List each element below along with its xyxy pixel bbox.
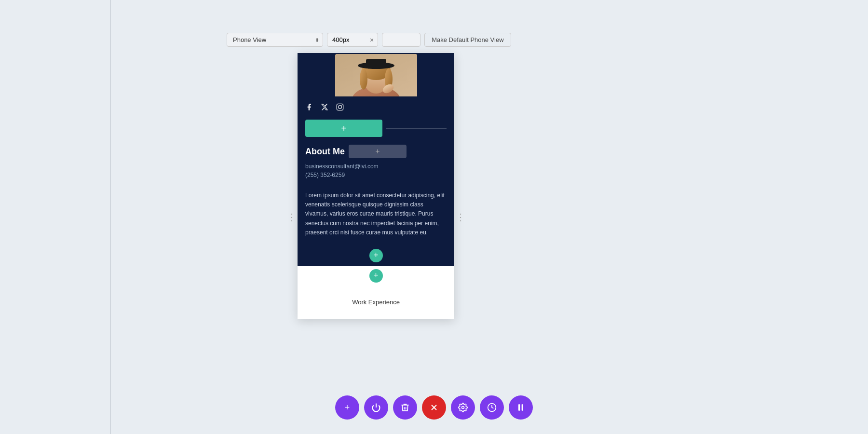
facebook-icon[interactable] bbox=[305, 103, 313, 113]
power-icon bbox=[371, 403, 381, 412]
contact-phone: (255) 352-6259 bbox=[305, 172, 447, 178]
about-add-button[interactable]: + bbox=[349, 145, 407, 158]
close-icon bbox=[429, 403, 439, 412]
phone-preview: + About Me + businessconsultant@ivi.com … bbox=[298, 53, 454, 319]
settings-icon bbox=[458, 403, 468, 412]
about-me-section: About Me + businessconsultant@ivi.com (2… bbox=[298, 141, 454, 244]
toolbar-pause-button[interactable] bbox=[509, 395, 533, 420]
toolbar-close-button[interactable] bbox=[422, 395, 446, 420]
bio-text: Lorem ipsum dolor sit amet consectetur a… bbox=[305, 191, 447, 237]
pause-icon bbox=[516, 403, 526, 412]
svg-rect-14 bbox=[366, 59, 386, 68]
add-button-row: + bbox=[298, 118, 454, 141]
drag-handle-right[interactable] bbox=[458, 203, 462, 231]
history-icon bbox=[487, 403, 497, 412]
dark-section: + About Me + businessconsultant@ivi.com … bbox=[298, 53, 454, 266]
bio-spacer bbox=[305, 185, 447, 191]
toolbar-add-button[interactable]: + bbox=[335, 395, 359, 420]
circle-add-button-dark[interactable]: + bbox=[369, 249, 383, 262]
social-icons-row bbox=[298, 96, 454, 118]
view-select-wrapper: Phone View bbox=[227, 33, 323, 47]
add-row-divider bbox=[386, 128, 447, 129]
empty-secondary-input[interactable] bbox=[382, 33, 420, 47]
px-input[interactable] bbox=[327, 33, 366, 46]
add-block-button-dark: + bbox=[298, 244, 454, 266]
toolbar-power-button[interactable] bbox=[364, 395, 388, 420]
add-green-button[interactable]: + bbox=[305, 120, 382, 137]
svg-point-15 bbox=[360, 68, 367, 90]
work-experience-section: Work Experience bbox=[298, 285, 454, 319]
bottom-toolbar: + bbox=[335, 395, 533, 420]
circle-add-button-divider[interactable]: + bbox=[369, 269, 383, 283]
instagram-icon[interactable] bbox=[336, 103, 344, 113]
left-vertical-bar bbox=[110, 0, 111, 434]
svg-rect-27 bbox=[522, 404, 523, 410]
about-title: About Me bbox=[305, 147, 345, 157]
trash-icon bbox=[400, 403, 410, 412]
twitter-x-icon[interactable] bbox=[321, 103, 328, 113]
px-clear-button[interactable]: × bbox=[366, 34, 378, 46]
profile-image-container bbox=[333, 53, 420, 96]
make-default-button[interactable]: Make Default Phone View bbox=[424, 33, 511, 47]
svg-rect-18 bbox=[337, 104, 343, 110]
top-toolbar: Phone View × Make Default Phone View bbox=[227, 33, 511, 47]
svg-rect-26 bbox=[518, 404, 520, 410]
contact-email: businessconsultant@ivi.com bbox=[305, 163, 447, 170]
divider-add-area: + bbox=[298, 266, 454, 285]
px-input-wrapper: × bbox=[327, 33, 378, 47]
toolbar-history-button[interactable] bbox=[480, 395, 504, 420]
drag-handle-left[interactable] bbox=[289, 203, 293, 231]
svg-point-20 bbox=[341, 105, 342, 106]
work-experience-label: Work Experience bbox=[352, 298, 400, 306]
svg-point-19 bbox=[339, 106, 342, 109]
svg-point-24 bbox=[462, 407, 464, 409]
contact-info: businessconsultant@ivi.com (255) 352-625… bbox=[305, 163, 447, 178]
profile-silhouette-svg bbox=[335, 54, 417, 96]
toolbar-trash-button[interactable] bbox=[393, 395, 417, 420]
view-select[interactable]: Phone View bbox=[227, 33, 323, 47]
profile-image bbox=[335, 54, 417, 96]
about-header: About Me + bbox=[305, 145, 447, 158]
toolbar-settings-button[interactable] bbox=[451, 395, 475, 420]
